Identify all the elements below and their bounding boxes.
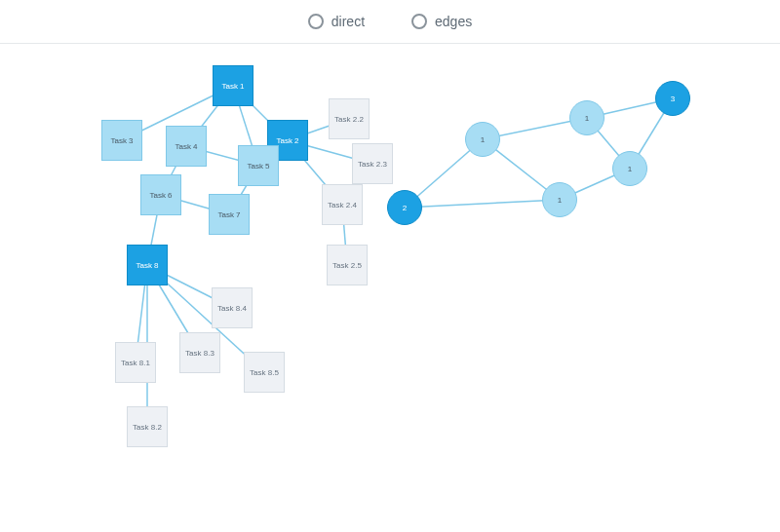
node-label: Task 2.4 [328, 201, 357, 209]
radio-label: direct [332, 14, 365, 29]
node-t8[interactable]: Task 8 [127, 245, 168, 285]
node-label: 3 [671, 95, 675, 103]
node-label: Task 8.4 [217, 304, 247, 313]
node-label: Task 3 [110, 136, 133, 145]
node-c3[interactable]: 3 [655, 81, 690, 116]
node-t5[interactable]: Task 5 [238, 145, 279, 186]
node-t7[interactable]: Task 7 [209, 194, 250, 235]
node-t81[interactable]: Task 8.1 [115, 342, 156, 383]
node-c1b[interactable]: 1 [542, 182, 577, 217]
node-label: Task 1 [221, 82, 244, 91]
node-c1d[interactable]: 1 [612, 151, 647, 186]
node-t82[interactable]: Task 8.2 [127, 406, 168, 447]
radio-icon [411, 14, 427, 29]
toolbar: direct edges [0, 0, 780, 44]
graph-canvas[interactable]: Task 1Task 2Task 3Task 4Task 5Task 6Task… [0, 44, 780, 532]
node-label: 1 [628, 165, 632, 173]
node-t23[interactable]: Task 2.3 [352, 143, 393, 184]
node-c1c[interactable]: 1 [569, 100, 604, 135]
node-label: Task 8.2 [133, 423, 162, 432]
node-t1[interactable]: Task 1 [213, 65, 254, 106]
node-t3[interactable]: Task 3 [101, 120, 142, 161]
node-c1a[interactable]: 1 [465, 122, 500, 157]
node-label: Task 6 [149, 191, 172, 200]
radio-icon [308, 14, 324, 29]
node-label: 1 [558, 196, 562, 205]
node-label: Task 8.5 [250, 368, 279, 377]
node-label: Task 5 [247, 162, 269, 171]
node-label: Task 2.3 [358, 160, 387, 169]
node-label: 1 [481, 135, 485, 144]
edge [405, 200, 560, 208]
radio-direct[interactable]: direct [308, 14, 365, 29]
node-t25[interactable]: Task 2.5 [327, 245, 368, 285]
radio-label: edges [435, 14, 472, 29]
node-label: Task 7 [217, 210, 240, 219]
node-label: Task 2.5 [332, 261, 362, 270]
node-t22[interactable]: Task 2.2 [329, 98, 370, 139]
node-t4[interactable]: Task 4 [166, 126, 207, 167]
node-label: Task 8 [136, 261, 158, 270]
node-label: Task 2.2 [334, 115, 364, 124]
node-label: Task 8.3 [185, 349, 214, 358]
radio-edges[interactable]: edges [411, 14, 472, 29]
node-t84[interactable]: Task 8.4 [212, 287, 253, 328]
node-label: 2 [403, 204, 407, 212]
node-t24[interactable]: Task 2.4 [322, 184, 363, 225]
node-label: Task 4 [175, 142, 197, 151]
node-t85[interactable]: Task 8.5 [244, 352, 285, 393]
node-label: 1 [585, 114, 589, 123]
node-label: Task 8.1 [121, 359, 150, 367]
edge-layer [0, 44, 780, 532]
node-t83[interactable]: Task 8.3 [179, 332, 220, 373]
node-t6[interactable]: Task 6 [140, 174, 181, 215]
node-label: Task 2 [276, 136, 298, 145]
node-c2[interactable]: 2 [387, 190, 422, 225]
